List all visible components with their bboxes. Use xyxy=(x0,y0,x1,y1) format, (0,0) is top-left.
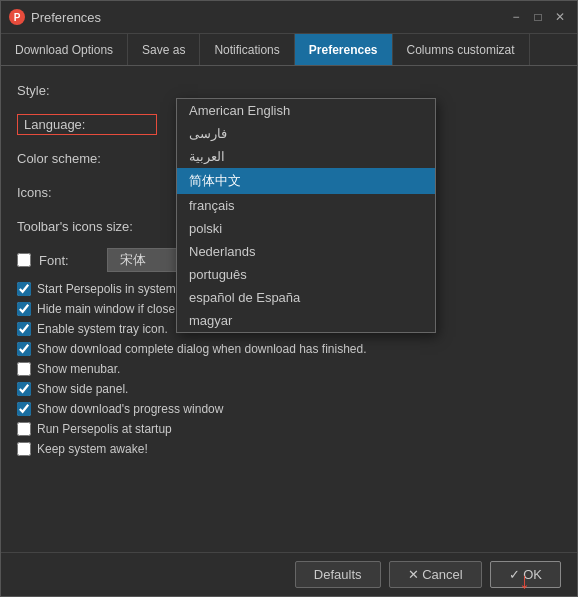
color-scheme-label: Color scheme: xyxy=(17,151,157,166)
dropdown-item[interactable]: português xyxy=(177,263,435,286)
dropdown-item[interactable]: العربية xyxy=(177,145,435,168)
checkbox-label-completedialog: Show download complete dialog when downl… xyxy=(37,342,367,356)
tab-bar: Download Options Save as Notifications P… xyxy=(1,34,577,66)
close-button[interactable]: ✕ xyxy=(551,8,569,26)
language-dropdown[interactable]: American Englishفارسیالعربية简体中文français… xyxy=(176,98,436,333)
cancel-button[interactable]: ✕ Cancel xyxy=(389,561,482,588)
font-checkbox[interactable] xyxy=(17,253,31,267)
checkbox-label-menubar: Show menubar. xyxy=(37,362,120,376)
window-title: Preferences xyxy=(31,10,101,25)
checkbox-menubar[interactable] xyxy=(17,362,31,376)
tab-saveas[interactable]: Save as xyxy=(128,34,200,65)
tab-download[interactable]: Download Options xyxy=(1,34,128,65)
checkbox-completedialog[interactable] xyxy=(17,342,31,356)
title-bar-left: P Preferences xyxy=(9,9,101,25)
checkbox-row-progresswindow: Show download's progress window xyxy=(17,402,561,416)
tab-notifications[interactable]: Notifications xyxy=(200,34,294,65)
checkbox-row-awake: Keep system awake! xyxy=(17,442,561,456)
footer: ↓ Defaults ✕ Cancel ✓ OK xyxy=(1,552,577,596)
dropdown-item[interactable]: American English xyxy=(177,99,435,122)
icons-label: Icons: xyxy=(17,185,157,200)
checkbox-label-sidepanel: Show side panel. xyxy=(37,382,128,396)
main-window: P Preferences − □ ✕ Download Options Sav… xyxy=(0,0,578,597)
checkbox-systray[interactable] xyxy=(17,282,31,296)
checkbox-label-startup: Run Persepolis at startup xyxy=(37,422,172,436)
checkbox-row-menubar: Show menubar. xyxy=(17,362,561,376)
toolbar-size-label: Toolbar's icons size: xyxy=(17,219,157,234)
checkbox-row-startup: Run Persepolis at startup xyxy=(17,422,561,436)
dropdown-item[interactable]: español de España xyxy=(177,286,435,309)
dropdown-item[interactable]: polski xyxy=(177,217,435,240)
app-icon: P xyxy=(9,9,25,25)
style-label: Style: xyxy=(17,83,157,98)
tab-preferences[interactable]: Preferences xyxy=(295,34,393,65)
tab-columns[interactable]: Columns customizat xyxy=(393,34,530,65)
font-value[interactable]: 宋体 xyxy=(107,248,187,272)
dropdown-item[interactable]: français xyxy=(177,194,435,217)
checkbox-label-trayicon: Enable system tray icon. xyxy=(37,322,168,336)
defaults-button[interactable]: Defaults xyxy=(295,561,381,588)
checkbox-row-sidepanel: Show side panel. xyxy=(17,382,561,396)
title-controls: − □ ✕ xyxy=(507,8,569,26)
checkbox-progresswindow[interactable] xyxy=(17,402,31,416)
checkbox-trayicon[interactable] xyxy=(17,322,31,336)
dropdown-item[interactable]: 简体中文 xyxy=(177,168,435,194)
checkbox-startup[interactable] xyxy=(17,422,31,436)
font-label: Font: xyxy=(39,253,99,268)
checkbox-awake[interactable] xyxy=(17,442,31,456)
checkbox-row-completedialog: Show download complete dialog when downl… xyxy=(17,342,561,356)
content-area: Style: Language: Color scheme: Icons: To… xyxy=(1,66,577,552)
title-bar: P Preferences − □ ✕ xyxy=(1,1,577,34)
checkbox-label-awake: Keep system awake! xyxy=(37,442,148,456)
checkbox-hideonclose[interactable] xyxy=(17,302,31,316)
checkbox-sidepanel[interactable] xyxy=(17,382,31,396)
language-label: Language: xyxy=(17,114,157,135)
dropdown-item[interactable]: فارسی xyxy=(177,122,435,145)
dropdown-item[interactable]: Nederlands xyxy=(177,240,435,263)
checkbox-label-progresswindow: Show download's progress window xyxy=(37,402,223,416)
dropdown-item[interactable]: magyar xyxy=(177,309,435,332)
minimize-button[interactable]: − xyxy=(507,8,525,26)
maximize-button[interactable]: □ xyxy=(529,8,547,26)
